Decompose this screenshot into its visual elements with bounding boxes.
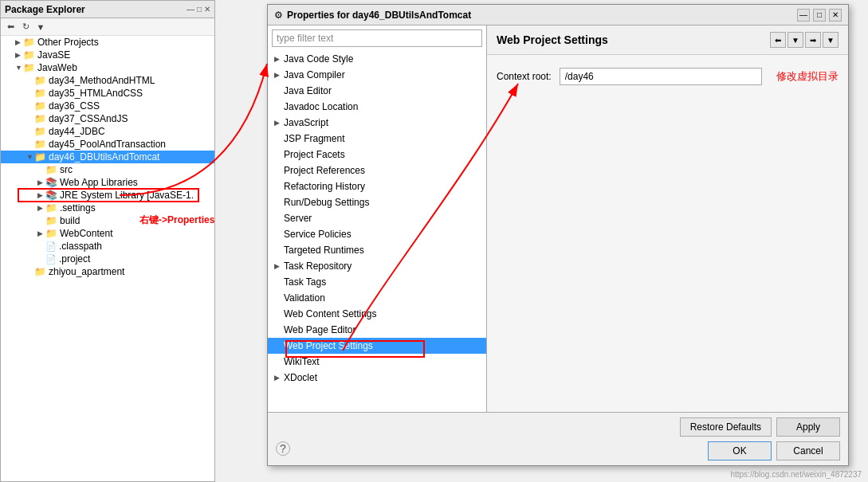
dropdown2-nav-icon[interactable]: ▼: [823, 32, 839, 48]
tree-item-label: JRE System Library [JavaSE-1.: [60, 190, 194, 201]
folder-icon: 📁: [34, 151, 46, 163]
settings-item-refactoring-history[interactable]: Refactoring History: [268, 178, 486, 194]
settings-item-task-tags[interactable]: Task Tags: [268, 274, 486, 290]
dialog-maximize-icon[interactable]: □: [813, 9, 826, 22]
settings-item-label: Project Facets: [284, 149, 345, 160]
settings-item-project-facets[interactable]: Project Facets: [268, 147, 486, 163]
settings-item-label: JavaScript: [284, 117, 328, 128]
back-icon[interactable]: ⬅: [4, 21, 17, 33]
tree-item-other-projects[interactable]: ▶📁Other Projects: [1, 36, 214, 49]
tree-item-day44[interactable]: 📁day44_JDBC: [1, 125, 214, 138]
restore-defaults-button[interactable]: Restore Defaults: [680, 417, 772, 437]
panel-header: Package Explorer — □ ✕: [1, 1, 214, 18]
tree-item-webcontent[interactable]: ▶📁WebContent: [1, 227, 214, 240]
settings-item-label: Java Compiler: [284, 69, 345, 80]
settings-arrow: ▶: [274, 262, 284, 270]
filter-input[interactable]: [272, 29, 482, 47]
panel-header-icons: — □ ✕: [187, 5, 210, 14]
context-root-label: Context root:: [497, 71, 552, 82]
dialog-body: ▶Java Code Style▶Java CompilerJava Edito…: [268, 25, 848, 412]
settings-arrow: ▶: [274, 71, 284, 79]
settings-item-validation[interactable]: Validation: [268, 290, 486, 306]
dropdown-nav-icon[interactable]: ▼: [787, 32, 803, 48]
right-panel-title: Web Project Settings: [497, 33, 608, 46]
refresh-icon[interactable]: ↻: [19, 21, 32, 33]
dialog-close-icon[interactable]: ✕: [829, 9, 842, 22]
tree-item-webapplibs[interactable]: ▶📚Web App Libraries: [1, 176, 214, 189]
apply-button[interactable]: Apply: [776, 417, 840, 437]
dialog-bottom: Restore Defaults Apply ? OK Cancel: [268, 412, 848, 465]
maximize-icon[interactable]: □: [197, 5, 202, 14]
settings-item-web-project-settings[interactable]: Web Project Settings: [268, 338, 486, 354]
watermark: https://blog.csdn.net/weixin_4872237: [730, 470, 862, 479]
tree-item-label: JavaWeb: [37, 62, 77, 73]
ok-cancel-row: ? OK Cancel: [276, 441, 840, 460]
tree-item-label: zhiyou_apartment: [49, 266, 124, 277]
close-icon[interactable]: ✕: [204, 5, 210, 14]
tree-item-label: WebContent: [60, 228, 113, 239]
package-explorer: Package Explorer — □ ✕ ⬅ ↻ ▼ ▶📁Other Pro…: [0, 0, 215, 482]
settings-item-targeted-runtimes[interactable]: Targeted Runtimes: [268, 242, 486, 258]
settings-item-wikitext[interactable]: WikiText: [268, 354, 486, 370]
settings-list: ▶Java Code Style▶Java CompilerJava Edito…: [268, 51, 486, 412]
tree-item-label: .classpath: [59, 241, 102, 252]
tree-item-day46[interactable]: ▼📁day46_DBUtilsAndTomcat: [1, 151, 214, 163]
tree-item-label: .project: [59, 253, 90, 265]
tree-item-day36[interactable]: 📁day36_CSS: [1, 100, 214, 112]
settings-item-label: WikiText: [284, 356, 320, 367]
tree-item-zhiyou[interactable]: 📁zhiyou_apartment: [1, 265, 214, 278]
settings-item-task-repository[interactable]: ▶Task Repository: [268, 258, 486, 274]
settings-item-javadoc-location[interactable]: Javadoc Location: [268, 99, 486, 115]
right-panel-header: Web Project Settings ⬅ ▼ ➡ ▼: [487, 25, 848, 55]
settings-item-label: JSP Fragment: [284, 133, 344, 144]
tree-arrow: ▶: [37, 204, 45, 212]
tree-item-day45[interactable]: 📁day45_PoolAndTransaction: [1, 138, 214, 151]
settings-item-server[interactable]: Server: [268, 210, 486, 226]
tree-item-src[interactable]: 📁src: [1, 163, 214, 176]
settings-item-service-policies[interactable]: Service Policies: [268, 226, 486, 242]
folder-icon: 📁: [34, 100, 46, 112]
folder-icon: 📁: [34, 88, 46, 99]
dialog-title-buttons: — □ ✕: [797, 9, 842, 22]
tree-item-settings[interactable]: ▶📁.settings: [1, 202, 214, 214]
settings-item-web-content-settings[interactable]: Web Content Settings: [268, 306, 486, 322]
lib-icon: 📚: [45, 190, 57, 201]
tree-item-day34[interactable]: 📁day34_MethodAndHTML: [1, 74, 214, 87]
cancel-button[interactable]: Cancel: [776, 441, 840, 460]
tree-item-label: JavaSE: [37, 49, 70, 61]
settings-item-label: Task Repository: [284, 261, 352, 272]
settings-item-javascript[interactable]: ▶JavaScript: [268, 115, 486, 131]
context-root-input[interactable]: [560, 68, 762, 85]
tree-item-day37[interactable]: 📁day37_CSSAndJS: [1, 112, 214, 125]
tree-item-label: day37_CSSAndJS: [49, 113, 128, 124]
back-nav-icon[interactable]: ⬅: [770, 32, 786, 48]
settings-item-jsp-fragment[interactable]: JSP Fragment: [268, 131, 486, 147]
tree-item-build[interactable]: 📁build: [1, 214, 214, 227]
tree-item-label: build: [60, 215, 80, 226]
settings-item-label: Task Tags: [284, 276, 326, 288]
toolbar: ⬅ ↻ ▼: [1, 18, 214, 36]
help-icon[interactable]: ?: [276, 441, 290, 456]
settings-item-xdoclet[interactable]: ▶XDoclet: [268, 370, 486, 386]
tree-item-javaweb[interactable]: ▼📁JavaWeb: [1, 61, 214, 74]
forward-nav-icon[interactable]: ➡: [805, 32, 821, 48]
tree-item-classpath[interactable]: 📄.classpath: [1, 240, 214, 253]
tree-item-day35[interactable]: 📁day35_HTMLAndCSS: [1, 87, 214, 100]
settings-item-project-references[interactable]: Project References: [268, 163, 486, 178]
tree-item-javase[interactable]: ▶📁JavaSE: [1, 49, 214, 61]
tree-item-jrelib[interactable]: ▶📚JRE System Library [JavaSE-1.: [1, 189, 214, 202]
expand-icon[interactable]: ▼: [34, 21, 47, 33]
annotation-modify: 修改虚拟目录: [776, 69, 839, 84]
dialog-minimize-icon[interactable]: —: [797, 9, 810, 22]
tree-item-project[interactable]: 📄.project: [1, 253, 214, 265]
settings-item-java-code-style[interactable]: ▶Java Code Style: [268, 51, 486, 67]
settings-item-label: Web Project Settings: [284, 340, 373, 351]
settings-item-java-editor[interactable]: Java Editor: [268, 83, 486, 99]
ok-button[interactable]: OK: [708, 441, 772, 460]
settings-item-web-page-editor[interactable]: Web Page Editor: [268, 322, 486, 338]
settings-item-label: Refactoring History: [284, 181, 365, 192]
settings-item-java-compiler[interactable]: ▶Java Compiler: [268, 67, 486, 83]
minimize-icon[interactable]: —: [187, 5, 194, 14]
settings-item-run-debug[interactable]: Run/Debug Settings: [268, 194, 486, 210]
xml-icon: 📄: [45, 254, 57, 265]
